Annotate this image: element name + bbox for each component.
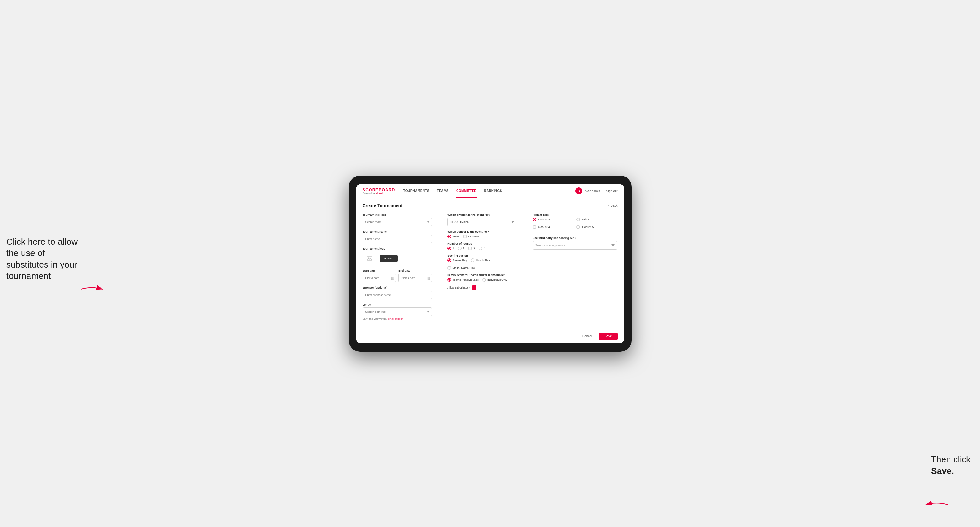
sponsor-label: Sponsor (optional) — [363, 286, 432, 289]
upload-button[interactable]: Upload — [380, 255, 398, 262]
format-options-grid: 5 count 4 Other 6 count 4 — [533, 217, 618, 232]
gender-label: Which gender is the event for? — [447, 230, 517, 233]
name-label: Tournament name — [363, 230, 432, 233]
host-input[interactable] — [363, 217, 432, 227]
svg-point-1 — [368, 257, 369, 259]
gender-womens-radio[interactable] — [463, 235, 467, 238]
gender-mens[interactable]: Mens — [447, 235, 459, 238]
nav-committee[interactable]: COMMITTEE — [456, 184, 477, 198]
event-for-group: Is this event for Teams and/or Individua… — [447, 273, 517, 282]
scoring-medal-radio[interactable] — [447, 266, 451, 270]
gender-radio-group: Mens Womens — [447, 235, 517, 238]
scoring-stroke-play[interactable]: Stroke Play — [447, 259, 467, 262]
gender-mens-radio[interactable] — [447, 235, 451, 238]
rounds-1[interactable]: 1 — [447, 246, 454, 250]
user-name: blair admin — [585, 189, 600, 193]
arrow-right-annotation — [924, 500, 949, 510]
start-date-wrap: ▦ — [363, 273, 396, 283]
logo-scoreboard: SCOREBOARD — [363, 188, 395, 192]
format-other-radio[interactable] — [576, 217, 580, 221]
event-individuals[interactable]: Individuals Only — [482, 278, 508, 282]
form-col-1: Tournament Host ▼ Tournament name Tourna… — [363, 213, 440, 324]
scoring-medal-match[interactable]: Medal Match Play — [447, 266, 475, 270]
venue-group: Venue ▼ Can't find your venue? email sup… — [363, 303, 432, 321]
division-group: Which division is the event for? NCAA Di… — [447, 213, 517, 227]
scoring-stroke-radio[interactable] — [447, 259, 451, 262]
svg-rect-0 — [367, 257, 372, 260]
nav-rankings[interactable]: RANKINGS — [484, 184, 503, 198]
rounds-1-radio[interactable] — [447, 246, 451, 250]
scoring-api-label: Use third-party live scoring API? — [533, 237, 618, 240]
end-date-wrap: ▦ — [398, 273, 432, 283]
venue-dropdown-icon: ▼ — [427, 310, 430, 313]
format-5count4[interactable]: 5 count 4 — [533, 217, 574, 221]
rounds-4[interactable]: 4 — [479, 246, 485, 250]
rounds-group: Number of rounds 1 2 — [447, 242, 517, 250]
logo-placeholder — [363, 252, 376, 265]
nav-links: TOURNAMENTS TEAMS COMMITTEE RANKINGS — [402, 184, 575, 198]
logo-upload-area: Upload — [363, 252, 432, 265]
back-button[interactable]: ‹ Back — [608, 204, 618, 207]
gender-mens-label: Mens — [452, 235, 459, 238]
logo-group: Tournament logo Upload — [363, 247, 432, 265]
format-type-label: Format type — [533, 213, 618, 216]
nav-tournaments[interactable]: TOURNAMENTS — [402, 184, 430, 198]
rounds-2[interactable]: 2 — [458, 246, 465, 250]
name-input[interactable] — [363, 235, 432, 243]
page-header: Create Tournament ‹ Back — [363, 203, 618, 208]
gender-group: Which gender is the event for? Mens Wome… — [447, 230, 517, 238]
substitutes-checkbox[interactable]: ✓ — [472, 286, 476, 290]
format-6count5[interactable]: 6 count 5 — [576, 225, 617, 229]
form-col-2: Which division is the event for? NCAA Di… — [447, 213, 525, 324]
logo-area: SCOREBOARD Powered by clippd — [363, 188, 395, 194]
substitutes-group: Allow substitutes? ✓ — [447, 286, 517, 290]
substitutes-label: Allow substitutes? — [447, 286, 470, 289]
date-row: Start date ▦ End date ▦ — [363, 269, 432, 283]
name-group: Tournament name — [363, 230, 432, 243]
event-individuals-radio[interactable] — [482, 278, 486, 282]
venue-label: Venue — [363, 303, 432, 306]
venue-help: Can't find your venue? email support — [363, 317, 432, 321]
rounds-2-radio[interactable] — [458, 246, 461, 250]
annotation-left: Click here to allow the use of substitut… — [6, 236, 82, 282]
scoring-system-label: Scoring system — [447, 254, 517, 257]
avatar: B — [575, 187, 582, 194]
division-select[interactable]: NCAA Division I — [447, 217, 517, 227]
end-date-label: End date — [398, 269, 432, 272]
sign-out-link[interactable]: Sign out — [606, 189, 618, 193]
scoring-api-group: Use third-party live scoring API? Select… — [533, 237, 618, 250]
cancel-button[interactable]: Cancel — [578, 333, 596, 340]
event-teams-radio[interactable] — [447, 278, 451, 282]
sponsor-input[interactable] — [363, 290, 432, 299]
format-6count4[interactable]: 6 count 4 — [533, 225, 574, 229]
host-dropdown-icon: ▼ — [427, 221, 430, 224]
page-content: Create Tournament ‹ Back Tournament Host… — [356, 198, 624, 329]
format-6count5-radio[interactable] — [576, 225, 580, 229]
host-group: Tournament Host ▼ — [363, 213, 432, 227]
event-for-label: Is this event for Teams and/or Individua… — [447, 273, 517, 277]
format-5count4-radio[interactable] — [533, 217, 536, 221]
end-date-group: End date ▦ — [398, 269, 432, 283]
scoring-match-play[interactable]: Match Play — [471, 259, 490, 262]
event-teams[interactable]: Teams (+Individuals) — [447, 278, 479, 282]
logo-label: Tournament logo — [363, 247, 432, 250]
gender-womens[interactable]: Womens — [463, 235, 479, 238]
rounds-3-radio[interactable] — [468, 246, 472, 250]
rounds-3[interactable]: 3 — [468, 246, 475, 250]
save-button[interactable]: Save — [599, 333, 617, 340]
format-6count4-radio[interactable] — [533, 225, 536, 229]
format-other[interactable]: Other — [576, 217, 617, 221]
nav-teams[interactable]: TEAMS — [436, 184, 450, 198]
substitutes-checkbox-item: Allow substitutes? ✓ — [447, 286, 517, 290]
start-date-calendar-icon: ▦ — [391, 276, 394, 279]
scoring-match-radio[interactable] — [471, 259, 474, 262]
email-support-link[interactable]: email support — [388, 317, 403, 321]
rounds-radio-group: 1 2 3 4 — [447, 246, 517, 250]
arrow-left-annotation — [79, 284, 104, 294]
start-date-input[interactable] — [363, 273, 396, 283]
annotation-right: Then click Save. — [931, 454, 970, 477]
end-date-input[interactable] — [398, 273, 432, 283]
scoring-api-select[interactable]: Select a scoring service — [533, 241, 618, 250]
rounds-4-radio[interactable] — [479, 246, 482, 250]
venue-input[interactable] — [363, 308, 432, 316]
